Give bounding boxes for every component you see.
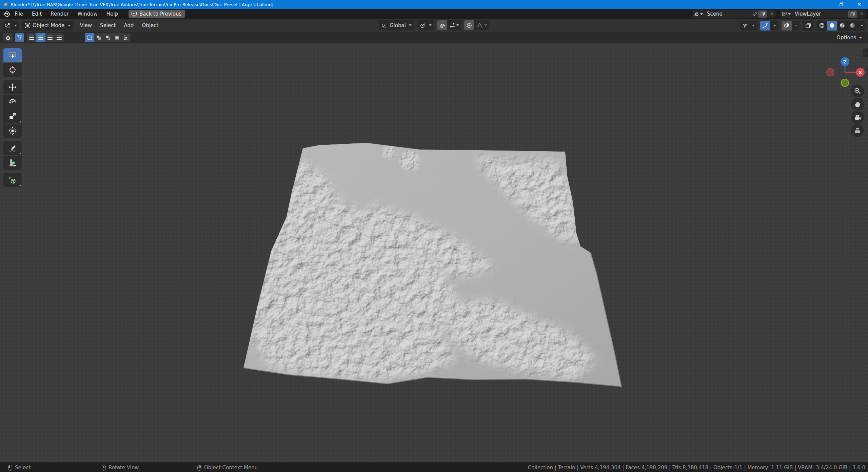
blender-menu-icon[interactable] [3, 11, 10, 18]
show-gizmo-toggle[interactable] [760, 21, 770, 31]
overlays-dropdown[interactable] [792, 21, 800, 31]
shading-dropdown[interactable] [857, 21, 865, 31]
snap-to-dropdown[interactable] [447, 20, 461, 30]
xray-toggle[interactable] [803, 21, 813, 31]
3d-viewport[interactable]: Z X ‹ [0, 43, 868, 463]
scene-selector: Scene ✕ [691, 10, 776, 18]
new-viewlayer-button[interactable] [848, 11, 857, 18]
unlink-scene-button[interactable]: ✕ [768, 11, 776, 17]
funnel-icon [17, 35, 22, 40]
tool-rotate[interactable] [3, 95, 22, 109]
tool-move[interactable] [3, 80, 22, 94]
shading-solid-button[interactable] [827, 21, 837, 31]
menu-add[interactable]: Add [120, 21, 138, 30]
minimize-button[interactable]: — [815, 0, 833, 9]
chevron-down-icon [788, 13, 791, 15]
menu-view[interactable]: View [76, 21, 96, 30]
pin-icon[interactable] [752, 11, 757, 17]
tool-annotate[interactable] [3, 141, 22, 155]
proportional-edit-icon [466, 22, 472, 28]
camera-view-button[interactable] [851, 111, 864, 124]
wireframe-sphere-icon [819, 22, 825, 28]
filter-button[interactable] [15, 33, 24, 42]
restore-button[interactable] [833, 0, 850, 9]
menu-help[interactable]: Help [102, 9, 122, 18]
status-bar: Select Rotate View Object Context Menu C… [0, 463, 868, 472]
proportional-falloff-dropdown[interactable] [474, 20, 489, 30]
back-to-previous-button[interactable]: Back to Previous [129, 10, 185, 18]
select-set-icon [87, 35, 92, 40]
pivot-point-dropdown[interactable] [417, 20, 434, 30]
mode-selector[interactable]: Object Mode [22, 21, 73, 31]
snap-toggle[interactable] [437, 20, 447, 30]
proportional-edit-toggle[interactable] [464, 20, 474, 30]
select-subtract-icon [105, 35, 111, 40]
scene-browse-button[interactable] [692, 10, 705, 18]
shading-material-button[interactable] [837, 21, 847, 31]
ortho-toggle-button[interactable] [851, 124, 864, 137]
shading-rendered-button[interactable] [847, 21, 857, 31]
tool-transform[interactable] [3, 124, 22, 138]
new-scene-button[interactable] [758, 11, 767, 18]
tool-cursor[interactable] [3, 63, 22, 77]
tool-scale[interactable] [3, 109, 22, 123]
close-button[interactable]: ✕ [850, 0, 868, 9]
density-option-4[interactable] [55, 33, 64, 42]
density-option-3[interactable] [45, 33, 55, 42]
orientation-global-icon [382, 22, 388, 28]
tool-settings-gear-button[interactable] [3, 33, 13, 42]
tool-add-cube[interactable] [3, 173, 22, 187]
tool-measure[interactable] [3, 156, 22, 170]
menu-window[interactable]: Window [73, 9, 102, 18]
scene-statistics: Collection | Terrain | Verts:4,194,304 |… [528, 463, 865, 472]
menu-select[interactable]: Select [96, 21, 120, 30]
gizmo-dropdown[interactable] [770, 21, 778, 31]
axis-x-ball[interactable]: X [856, 68, 865, 77]
axis-y-ball[interactable] [841, 79, 849, 86]
scene-name[interactable]: Scene [705, 11, 752, 17]
density-option-2[interactable] [36, 33, 45, 42]
chevron-down-icon [14, 25, 17, 26]
select-mode-subtract[interactable] [103, 33, 112, 42]
shading-wireframe-button[interactable] [817, 21, 827, 31]
menu-edit[interactable]: Edit [27, 9, 46, 18]
chevron-down-icon [859, 37, 862, 39]
menu-file[interactable]: File [10, 9, 27, 18]
tool-options-dropdown[interactable]: Options [834, 33, 865, 42]
editor-type-button[interactable] [3, 21, 19, 31]
chevron-down-icon [484, 24, 487, 26]
sidebar-expand-tab[interactable]: ‹ [863, 48, 868, 57]
chevron-down-icon [773, 25, 776, 26]
select-mode-intersect[interactable] [121, 33, 131, 42]
tool-submenu-indicator [19, 60, 21, 61]
remove-viewlayer-button[interactable]: ✕ [857, 11, 866, 17]
pan-view-button[interactable] [851, 98, 864, 111]
select-box-icon [8, 51, 17, 60]
zoom-view-button[interactable] [851, 84, 864, 97]
transform-icon [8, 126, 17, 135]
menu-render[interactable]: Render [46, 9, 73, 18]
axis-negx-ball[interactable] [827, 68, 834, 76]
rendered-sphere-icon [849, 22, 855, 28]
orientation-label: Global [390, 22, 406, 28]
chevron-down-icon [68, 25, 71, 26]
show-overlays-toggle[interactable] [782, 21, 792, 31]
density-option-1[interactable] [27, 33, 36, 42]
transform-orientation-dropdown[interactable]: Global [379, 20, 414, 30]
object-visibility-dropdown[interactable] [740, 21, 757, 31]
select-mode-extend[interactable] [94, 33, 103, 42]
terrain-mesh[interactable] [0, 43, 868, 463]
tool-settings-bar: Options [0, 32, 868, 43]
left-toolbar [3, 48, 22, 187]
duplicate-icon [850, 12, 855, 17]
viewlayer-browse-button[interactable] [780, 10, 792, 18]
tool-select-box[interactable] [3, 48, 22, 62]
axis-z-ball[interactable]: Z [841, 57, 849, 66]
display-density-options [27, 33, 64, 42]
chevron-down-icon [795, 25, 797, 26]
proportional-edit-controls [464, 20, 489, 30]
menu-object[interactable]: Object [138, 21, 162, 30]
viewlayer-name[interactable]: ViewLayer [792, 11, 847, 17]
select-mode-set[interactable] [85, 33, 94, 42]
select-mode-invert[interactable] [112, 33, 121, 42]
